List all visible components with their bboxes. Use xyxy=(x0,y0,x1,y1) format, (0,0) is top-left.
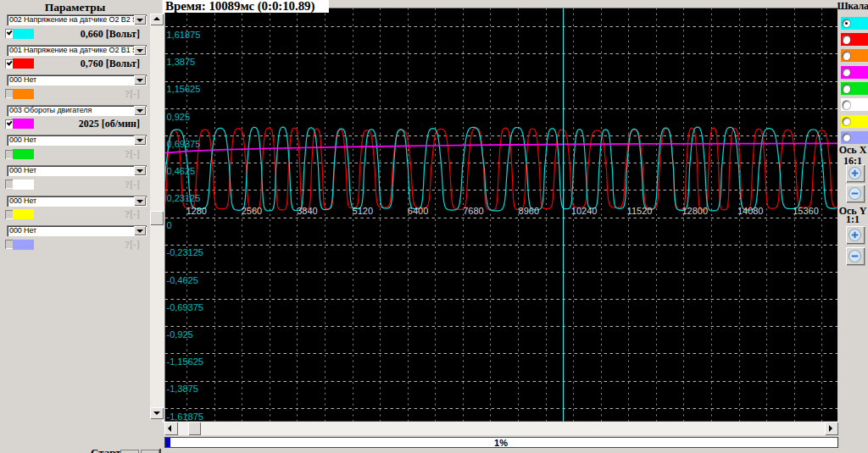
svg-text:8960: 8960 xyxy=(519,206,539,216)
svg-text:-0,69375: -0,69375 xyxy=(167,302,203,312)
svg-text:1280: 1280 xyxy=(186,206,206,216)
svg-text:1,61875: 1,61875 xyxy=(167,30,201,40)
svg-text:0: 0 xyxy=(167,220,172,230)
svg-text:-1,61875: -1,61875 xyxy=(167,412,203,422)
svg-text:0,925: 0,925 xyxy=(167,112,191,122)
svg-text:7680: 7680 xyxy=(463,206,483,216)
svg-text:1,15625: 1,15625 xyxy=(167,84,201,94)
svg-text:5120: 5120 xyxy=(353,206,373,216)
svg-text:-0,23125: -0,23125 xyxy=(167,247,203,257)
svg-text:11520: 11520 xyxy=(627,206,653,216)
svg-text:2560: 2560 xyxy=(242,206,262,216)
svg-text:0,23125: 0,23125 xyxy=(167,193,201,203)
svg-text:0,69375: 0,69375 xyxy=(167,139,201,149)
svg-text:10240: 10240 xyxy=(571,206,598,216)
svg-text:1,3875: 1,3875 xyxy=(167,57,196,67)
svg-text:-0,925: -0,925 xyxy=(167,329,193,340)
svg-text:15360: 15360 xyxy=(793,206,819,216)
svg-text:14080: 14080 xyxy=(737,206,764,216)
svg-text:-0,4625: -0,4625 xyxy=(167,275,198,285)
svg-text:-1,15625: -1,15625 xyxy=(167,356,203,367)
svg-text:0,4625: 0,4625 xyxy=(167,166,196,176)
svg-text:6400: 6400 xyxy=(408,206,428,216)
svg-text:12800: 12800 xyxy=(682,206,709,216)
svg-text:-1,3875: -1,3875 xyxy=(167,384,198,394)
svg-text:3840: 3840 xyxy=(297,206,317,216)
